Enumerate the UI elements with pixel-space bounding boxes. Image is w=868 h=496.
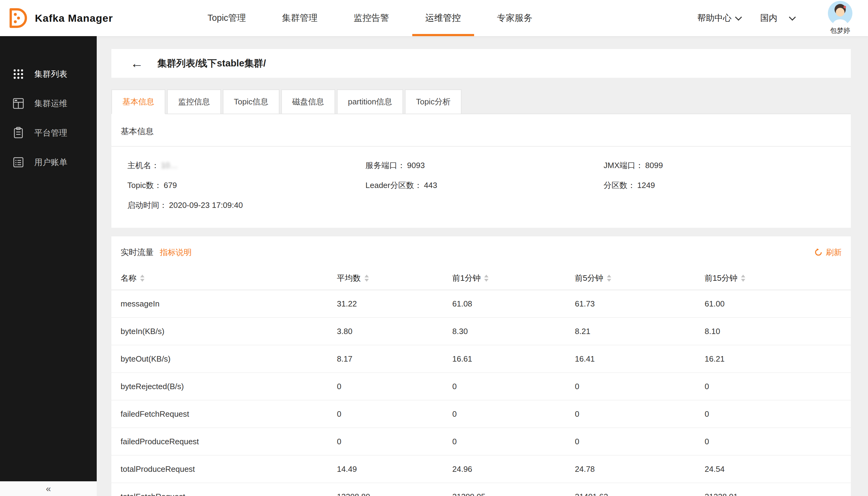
metric-15min: 0 <box>705 437 842 446</box>
nav-topic-manage[interactable]: Topic管理 <box>189 0 264 36</box>
col-header-name[interactable]: 名称 <box>121 273 337 283</box>
top-header: Kafka Manager Topic管理 集群管理 监控告警 运维管控 专家服… <box>0 0 868 36</box>
nav-monitor-alert[interactable]: 监控告警 <box>336 0 407 36</box>
metric-avg: 0 <box>337 382 452 391</box>
tab-basic-info[interactable]: 基本信息 <box>111 89 165 114</box>
help-center-menu[interactable]: 帮助中心 <box>697 12 740 24</box>
header-right: 帮助中心 国内 包梦婷 <box>697 1 857 35</box>
basic-info-grid: 主机名： 10… 服务端口： 9093 JMX端口： 8099 Topic数： … <box>111 147 851 228</box>
table-row: byteOut(KB/s) 8.17 16.61 16.41 16.21 <box>111 345 851 373</box>
col-header-last-5min[interactable]: 前5分钟 <box>575 273 705 283</box>
main-content: ← 集群列表/线下stable集群/ 基本信息 监控信息 Topic信息 磁盘信… <box>97 36 868 496</box>
metric-5min: 61.73 <box>575 299 705 309</box>
refresh-label: 刷新 <box>826 247 842 258</box>
metric-15min: 0 <box>705 382 842 391</box>
metric-1min: 0 <box>452 409 575 419</box>
metric-name: byteIn(KB/s) <box>121 327 337 336</box>
table-row: messageIn 31.22 61.08 61.73 61.00 <box>111 290 851 318</box>
field-hostname: 主机名： 10… <box>127 160 365 171</box>
cluster-ops-icon <box>12 97 25 110</box>
top-nav: Topic管理 集群管理 监控告警 运维管控 专家服务 <box>189 0 551 36</box>
nav-ops-control[interactable]: 运维管控 <box>407 0 479 36</box>
metric-name: byteOut(KB/s) <box>121 354 337 364</box>
chevron-down-icon <box>789 14 796 21</box>
user-menu[interactable]: 包梦婷 <box>823 1 857 35</box>
metric-5min: 21401.62 <box>575 492 705 496</box>
nav-cluster-manage[interactable]: 集群管理 <box>264 0 336 36</box>
table-row: byteRejected(B/s) 0 0 0 0 <box>111 373 851 401</box>
table-header-row: 名称 平均数 前1分钟 前5分钟 前15分钟 <box>111 266 851 290</box>
sidebar-item-platform-manage[interactable]: 平台管理 <box>0 118 97 148</box>
table-row: totalProduceRequest 14.49 24.96 24.78 24… <box>111 455 851 483</box>
metric-1min: 16.61 <box>452 354 575 364</box>
sidebar-item-label: 用户账单 <box>34 157 67 168</box>
region-select[interactable]: 国内 <box>760 12 794 24</box>
tab-topic-analysis[interactable]: Topic分析 <box>405 89 461 114</box>
field-value: 8099 <box>645 161 663 170</box>
metric-avg: 13308.80 <box>337 492 452 496</box>
metric-15min: 61.00 <box>705 299 842 309</box>
table-row: byteIn(KB/s) 3.80 8.30 8.21 8.10 <box>111 318 851 345</box>
col-header-average[interactable]: 平均数 <box>337 273 452 283</box>
metric-1min: 24.96 <box>452 464 575 474</box>
back-arrow-icon[interactable]: ← <box>130 57 143 70</box>
metric-5min: 0 <box>575 382 705 391</box>
field-service-port: 服务端口： 9093 <box>365 160 603 171</box>
metric-name: failedFetchRequest <box>121 409 337 419</box>
sidebar-item-user-billing[interactable]: 用户账单 <box>0 148 97 177</box>
field-label: Topic数： <box>127 180 162 191</box>
field-jmx-port: JMX端口： 8099 <box>603 160 842 171</box>
field-label: 启动时间： <box>127 200 167 211</box>
username-label: 包梦婷 <box>830 26 850 35</box>
field-value: 9093 <box>407 161 425 170</box>
nav-expert-service[interactable]: 专家服务 <box>479 0 551 36</box>
col-header-last-1min[interactable]: 前1分钟 <box>452 273 575 283</box>
realtime-traffic-title: 实时流量 <box>121 247 154 258</box>
metric-avg: 0 <box>337 437 452 446</box>
sidebar-item-cluster-ops[interactable]: 集群运维 <box>0 89 97 118</box>
app-title: Kafka Manager <box>35 12 113 24</box>
field-value: 10… <box>161 161 178 170</box>
sidebar-collapse-toggle[interactable]: « <box>0 481 97 496</box>
metric-name: totalProduceRequest <box>121 464 337 474</box>
region-label: 国内 <box>760 12 777 24</box>
field-topic-count: Topic数： 679 <box>127 180 365 191</box>
sidebar-item-cluster-list[interactable]: 集群列表 <box>0 59 97 89</box>
metric-5min: 16.41 <box>575 354 705 364</box>
avatar <box>828 1 852 26</box>
col-header-last-15min[interactable]: 前15分钟 <box>705 273 842 283</box>
metric-15min: 8.10 <box>705 327 842 336</box>
field-label: JMX端口： <box>603 160 643 171</box>
field-value: 2020-09-23 17:09:40 <box>169 201 243 210</box>
metric-name: messageIn <box>121 299 337 309</box>
field-label: 分区数： <box>603 180 635 191</box>
sort-icon <box>607 275 611 282</box>
metric-1min: 8.30 <box>452 327 575 336</box>
metric-15min: 16.21 <box>705 354 842 364</box>
metric-name: totalFetchRequest <box>121 492 337 496</box>
kafka-manager-logo-icon <box>6 7 28 29</box>
basic-info-title: 基本信息 <box>111 114 851 147</box>
metric-explain-link[interactable]: 指标说明 <box>160 247 192 258</box>
metric-1min: 61.08 <box>452 299 575 309</box>
sort-icon <box>364 275 369 282</box>
metric-1min: 21399.05 <box>452 492 575 496</box>
tab-bar: 基本信息 监控信息 Topic信息 磁盘信息 partition信息 Topic… <box>111 89 851 114</box>
help-center-label: 帮助中心 <box>697 12 731 24</box>
brand[interactable]: Kafka Manager <box>6 7 113 29</box>
metric-15min: 0 <box>705 409 842 419</box>
sidebar-item-label: 集群运维 <box>34 98 67 109</box>
tab-partition-info[interactable]: partition信息 <box>337 89 404 114</box>
metric-name: byteRejected(B/s) <box>121 382 337 391</box>
metric-avg: 14.49 <box>337 464 452 474</box>
metric-1min: 0 <box>452 382 575 391</box>
sidebar: 集群列表 集群运维 平台管理 <box>0 36 97 496</box>
tab-monitor-info[interactable]: 监控信息 <box>167 89 221 114</box>
field-value: 443 <box>424 181 437 190</box>
metric-avg: 8.17 <box>337 354 452 364</box>
tab-disk-info[interactable]: 磁盘信息 <box>281 89 335 114</box>
tab-topic-info[interactable]: Topic信息 <box>223 89 280 114</box>
table-row: totalFetchRequest 13308.80 21399.05 2140… <box>111 483 851 496</box>
refresh-button[interactable]: 刷新 <box>814 247 842 258</box>
platform-manage-icon <box>12 126 25 140</box>
